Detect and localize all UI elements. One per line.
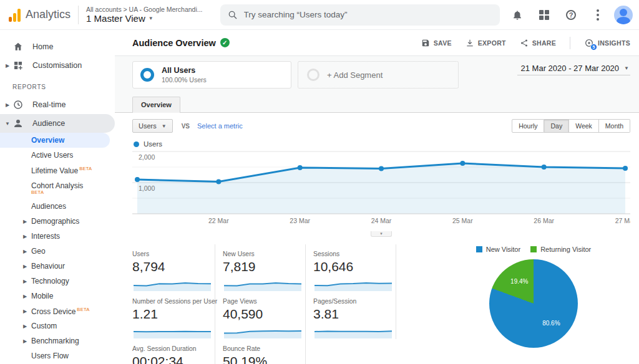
logo-text: Analytics [26, 8, 71, 21]
sidebar-item-lifetime-value[interactable]: Lifetime ValueBETA [0, 163, 115, 178]
segment-all-users[interactable]: All Users 100.00% Users [132, 61, 291, 89]
metric-label: Avg. Session Duration [132, 345, 208, 352]
metric-value: 8,794 [132, 259, 208, 274]
more-options-button[interactable] [587, 4, 608, 26]
granularity-month[interactable]: Month [599, 119, 630, 133]
sidebar-item-real-time[interactable]: ▶Real-time [0, 95, 115, 114]
granularity-toggle: HourlyDayWeekMonth [512, 119, 630, 133]
sidebar-item-benchmarking[interactable]: ▶Benchmarking [0, 333, 115, 348]
help-button[interactable]: ? [560, 4, 582, 26]
date-range-selector[interactable]: 21 Mar 2020 - 27 Mar 2020 ▼ [517, 64, 630, 75]
search-icon [228, 10, 238, 20]
segment-band: All Users 100.00% Users + Add Segment 21… [115, 56, 639, 92]
chevron-right-icon: ▶ [21, 294, 29, 299]
analytics-app: Analytics All accounts > UA - Google Mer… [0, 0, 639, 364]
chevron-right-icon[interactable]: ▶ [4, 102, 11, 108]
actions-divider [570, 37, 570, 49]
chevron-right-icon[interactable]: ▶ [4, 63, 11, 69]
apps-grid-icon [539, 10, 549, 20]
metric-value: 00:02:34 [132, 354, 208, 364]
tab-row: Overview [115, 92, 639, 112]
add-segment-button[interactable]: + Add Segment [298, 61, 459, 89]
legend-swatch-icon [476, 246, 482, 252]
analytics-logo[interactable]: Analytics [9, 8, 77, 22]
tab-overview[interactable]: Overview [132, 97, 180, 113]
sidebar-item-users-flow[interactable]: Users Flow [0, 348, 115, 363]
sidebar-item-customisation[interactable]: ▶Customisation [0, 56, 115, 75]
share-icon [520, 39, 529, 47]
search-input[interactable] [244, 10, 492, 19]
insights-icon: 5 [584, 38, 594, 48]
sidebar-nav: Home▶CustomisationREPORTS▶Real-time▼Audi… [0, 30, 115, 364]
sidebar-item-behaviour[interactable]: ▶Behaviour [0, 259, 115, 274]
granularity-hourly[interactable]: Hourly [512, 119, 544, 133]
sidebar-item-audience[interactable]: ▼Audience [0, 114, 115, 133]
sidebar-item-technology[interactable]: ▶Technology [0, 274, 115, 289]
granularity-week[interactable]: Week [569, 119, 599, 133]
beta-badge: BETA [31, 190, 44, 195]
sidebar-item-cohort-analysis[interactable]: Cohort AnalysisBETA [0, 178, 115, 199]
svg-text:22 Mar: 22 Mar [208, 217, 229, 224]
segment-title: All Users [162, 66, 207, 76]
chevron-right-icon: ▶ [21, 234, 29, 239]
svg-text:1,000: 1,000 [139, 184, 155, 192]
chevron-down-icon: ▼ [624, 65, 629, 71]
pie-legend: New VisitorReturning Visitor [476, 246, 592, 253]
export-button[interactable]: EXPORT [466, 39, 506, 47]
metric-sparkline [313, 323, 393, 339]
metric-card-pages-session: Pages/Session3.81 [313, 292, 396, 339]
chevron-down-icon[interactable]: ▼ [4, 121, 11, 127]
view-selector[interactable]: 1 Master View ▼ [86, 13, 202, 24]
metric-card-new-users: New Users7,819 [223, 244, 306, 292]
sidebar-item-cross-device[interactable]: ▶Cross DeviceBETA [0, 304, 115, 318]
legend-dot-icon [134, 141, 139, 147]
pie-legend-new-visitor: New Visitor [476, 246, 520, 253]
chevron-right-icon: ▶ [21, 279, 29, 284]
sidebar-item-label: Audience [32, 119, 65, 128]
account-breadcrumb[interactable]: All accounts > UA - Google Merchandi... [86, 6, 202, 13]
sidebar-item-label: Real-time [32, 100, 66, 109]
sidebar-item-label: Lifetime ValueBETA [31, 166, 92, 175]
beta-badge: BETA [79, 166, 92, 171]
sidebar-item-demographics[interactable]: ▶Demographics [0, 214, 115, 229]
chevron-down-icon: ▼ [149, 16, 154, 21]
sidebar-item-audiences[interactable]: Audiences [0, 199, 115, 214]
pie-legend-returning-visitor: Returning Visitor [530, 246, 591, 253]
sidebar-item-label: Custom [31, 322, 57, 330]
share-button[interactable]: SHARE [520, 39, 556, 47]
segment-ring-icon [140, 68, 154, 82]
metric-label: Page Views [223, 298, 299, 305]
sidebar-item-geo[interactable]: ▶Geo [0, 244, 115, 259]
chevron-right-icon: ▶ [21, 323, 29, 329]
search-bar[interactable] [220, 4, 500, 26]
pie-label-returning: 19.4% [510, 278, 528, 285]
sidebar-item-label: Geo [31, 247, 46, 256]
save-icon [421, 39, 430, 47]
metric-label: Number of Sessions per User [132, 298, 208, 305]
insights-button[interactable]: 5 INSIGHTS [584, 38, 630, 48]
sidebar-item-mobile[interactable]: ▶Mobile [0, 289, 115, 304]
select-metric-link[interactable]: Select a metric [197, 122, 243, 130]
save-button[interactable]: SAVE [421, 39, 452, 47]
users-line-chart[interactable]: 1,0002,00022 Mar23 Mar24 Mar25 Mar26 Mar… [132, 149, 630, 229]
sidebar-item-custom[interactable]: ▶Custom [0, 318, 115, 333]
metric-card-avg-session-duration: Avg. Session Duration00:02:34 [132, 339, 215, 364]
chart-collapse-handle[interactable]: ▼ [371, 231, 392, 237]
chevron-right-icon: ▶ [21, 219, 29, 224]
vs-label: VS [182, 123, 190, 130]
sidebar-item-overview[interactable]: Overview [0, 133, 110, 148]
sidebar-item-label: Home [32, 42, 53, 51]
apps-button[interactable] [534, 4, 555, 26]
sidebar-item-interests[interactable]: ▶Interests [0, 229, 115, 244]
user-avatar[interactable] [614, 6, 633, 24]
sidebar-item-active-users[interactable]: Active Users [0, 148, 115, 163]
sidebar-item-home[interactable]: Home [0, 37, 115, 56]
metric-dropdown[interactable]: Users ▼ [132, 119, 173, 133]
metric-sparkline [313, 275, 393, 292]
top-header: Analytics All accounts > UA - Google Mer… [0, 0, 639, 30]
notifications-button[interactable] [507, 4, 528, 26]
customisation-icon [12, 60, 24, 71]
sidebar-item-label: Cohort Analysis [31, 181, 83, 190]
granularity-day[interactable]: Day [544, 119, 569, 133]
metric-value: 1.21 [132, 307, 208, 322]
